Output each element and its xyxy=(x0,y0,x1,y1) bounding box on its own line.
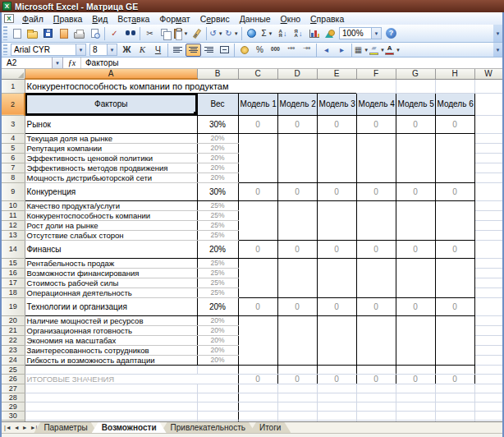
cell-F1[interactable] xyxy=(356,79,396,93)
empty-cell[interactable] xyxy=(474,163,502,172)
value-cell[interactable] xyxy=(435,345,474,355)
menu-item-6[interactable]: Данные xyxy=(235,13,276,25)
value-cell[interactable] xyxy=(396,210,435,220)
value-cell[interactable] xyxy=(317,315,356,325)
empty-cell[interactable] xyxy=(474,384,502,393)
weight-cell[interactable]: 25% xyxy=(197,230,238,240)
empty-cell[interactable] xyxy=(277,393,317,402)
empty-cell[interactable] xyxy=(474,153,502,163)
row-label-cell[interactable]: Мощность дистрибьюторской сети xyxy=(25,172,197,182)
empty-cell[interactable] xyxy=(474,411,502,420)
redo-button[interactable]: ↻▼ xyxy=(224,26,240,41)
column-header-G[interactable]: G xyxy=(396,69,435,79)
value-cell[interactable] xyxy=(277,133,317,143)
value-cell[interactable]: 0 xyxy=(356,297,396,315)
value-cell[interactable] xyxy=(356,210,396,220)
weight-cell[interactable]: 25% xyxy=(197,210,238,220)
sheet-tab-3[interactable]: Итоги xyxy=(250,422,291,433)
empty-cell[interactable] xyxy=(474,268,502,278)
value-cell[interactable] xyxy=(238,288,277,297)
value-cell[interactable] xyxy=(396,153,435,163)
new-document-button[interactable] xyxy=(9,26,25,41)
value-cell[interactable] xyxy=(435,172,474,182)
row-header-21[interactable]: 21 xyxy=(2,325,25,335)
value-cell[interactable] xyxy=(435,325,474,335)
value-cell[interactable] xyxy=(238,268,277,278)
first-sheet-button[interactable]: |◄ xyxy=(4,425,11,430)
row-header-3[interactable]: 3 xyxy=(2,115,25,133)
row-header-10[interactable]: 10 xyxy=(2,200,25,210)
value-cell[interactable] xyxy=(396,133,435,143)
sheet-tab-2[interactable]: Привлекательность xyxy=(161,422,255,433)
value-cell[interactable] xyxy=(238,143,277,153)
weight-cell[interactable]: 20% xyxy=(197,325,238,335)
previous-sheet-button[interactable]: ◄ xyxy=(14,425,20,430)
cut-button[interactable]: ✂ xyxy=(142,26,158,41)
value-cell[interactable] xyxy=(435,335,474,345)
empty-cell[interactable] xyxy=(435,411,474,420)
align-left-button[interactable] xyxy=(170,44,186,57)
value-cell[interactable]: 0 xyxy=(277,297,317,315)
value-cell[interactable] xyxy=(238,315,277,325)
value-cell[interactable] xyxy=(277,172,317,182)
column-header-W[interactable]: W xyxy=(474,69,502,79)
empty-cell[interactable] xyxy=(356,411,396,420)
paste-button[interactable]: ▼ xyxy=(173,26,189,41)
chevron-down-icon[interactable]: ▼ xyxy=(268,31,273,36)
value-cell[interactable] xyxy=(317,200,356,210)
value-cell[interactable]: 0 xyxy=(238,115,277,133)
row-label-cell[interactable]: Гибкость и возможность адаптации xyxy=(25,355,197,365)
row-label-cell[interactable]: Заинтересованность сотрудников xyxy=(25,345,197,355)
row-header-7[interactable]: 7 xyxy=(2,163,25,172)
print-button[interactable] xyxy=(71,26,87,41)
value-cell[interactable] xyxy=(277,163,317,172)
header-model-cell-6[interactable]: Модель 6 xyxy=(435,93,474,115)
weight-cell[interactable]: 25% xyxy=(197,258,238,268)
row-header-27[interactable]: 27 xyxy=(2,384,25,393)
row-header-2[interactable]: 2 xyxy=(2,93,25,115)
row-header-15[interactable]: 15 xyxy=(2,258,25,268)
value-cell[interactable]: 0 xyxy=(238,240,277,258)
chevron-down-icon[interactable]: ▼ xyxy=(371,28,381,39)
row-label-cell[interactable]: Экономия на масштабах xyxy=(25,335,197,345)
weight-cell[interactable]: 20% xyxy=(197,153,238,163)
next-sheet-button[interactable]: ► xyxy=(22,425,28,430)
empty-cell[interactable] xyxy=(197,365,238,374)
row-header-5[interactable]: 5 xyxy=(2,143,25,153)
empty-cell[interactable] xyxy=(197,374,238,384)
chevron-down-icon[interactable]: ▼ xyxy=(107,44,117,55)
row-header-13[interactable]: 13 xyxy=(2,230,25,240)
value-cell[interactable] xyxy=(317,325,356,335)
value-cell[interactable] xyxy=(356,268,396,278)
header-model-cell-4[interactable]: Модель 4 xyxy=(356,93,396,115)
value-cell[interactable] xyxy=(435,163,474,172)
value-cell[interactable] xyxy=(238,153,277,163)
row-header-12[interactable]: 12 xyxy=(2,220,25,230)
row-header-16[interactable]: 16 xyxy=(2,268,25,278)
weight-cell[interactable]: 20% xyxy=(197,345,238,355)
value-cell[interactable] xyxy=(277,335,317,345)
value-cell[interactable] xyxy=(435,355,474,365)
value-cell[interactable] xyxy=(317,230,356,240)
empty-cell[interactable] xyxy=(238,393,277,402)
borders-button[interactable]: ▦▼ xyxy=(354,44,369,57)
value-cell[interactable] xyxy=(396,143,435,153)
weight-cell[interactable]: 20% xyxy=(197,297,238,315)
header-model-cell-5[interactable]: Модель 5 xyxy=(396,93,435,115)
totals-label-cell[interactable]: ИТОГОВЫЕ ЗНАЧЕНИЯ xyxy=(25,374,197,384)
insert-function-icon[interactable]: ƒx xyxy=(63,58,81,68)
weight-cell[interactable]: 30% xyxy=(197,182,238,200)
weight-cell[interactable]: 20% xyxy=(197,143,238,153)
merge-and-center-button[interactable] xyxy=(217,44,232,57)
value-cell[interactable] xyxy=(277,258,317,268)
row-header-20[interactable]: 20 xyxy=(2,315,25,325)
empty-cell[interactable] xyxy=(474,345,502,355)
format-painter-button[interactable] xyxy=(189,26,204,41)
drawing-button[interactable] xyxy=(322,26,337,41)
value-cell[interactable] xyxy=(356,153,396,163)
value-cell[interactable] xyxy=(435,200,474,210)
value-cell[interactable] xyxy=(356,315,396,325)
value-cell[interactable] xyxy=(277,345,317,355)
chevron-down-icon[interactable]: ▼ xyxy=(184,31,189,36)
value-cell[interactable]: 0 xyxy=(396,182,435,200)
